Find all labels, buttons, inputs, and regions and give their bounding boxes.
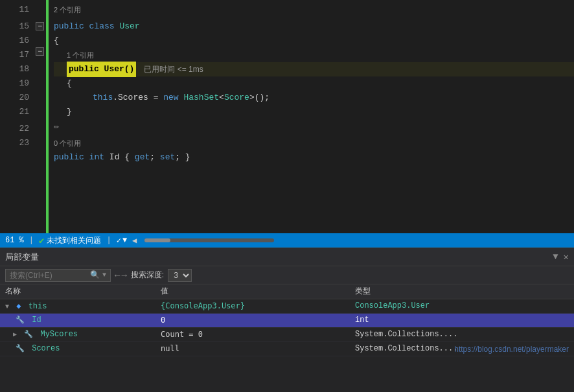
close-panel-icon[interactable]: ✕	[564, 251, 569, 262]
line-16: 16	[0, 34, 29, 48]
ref2-hint: 2 个引用	[54, 3, 81, 17]
constructor-highlight: public User()	[67, 62, 136, 77]
cell-name-this: ▼ ◆ this	[0, 299, 155, 313]
cell-type-this: ConsoleApp3.User	[350, 299, 574, 313]
wrench-scores-icon: 🔧	[16, 344, 25, 352]
search-icon: 🔍	[90, 270, 100, 280]
code-line-23	[54, 165, 574, 179]
arrow-dropdown-icon[interactable]: ▼	[122, 236, 127, 245]
pen-icon: ✏	[54, 119, 59, 133]
nav-left-icon[interactable]: ←	[115, 270, 120, 281]
this-type: ConsoleApp3.User	[355, 301, 430, 310]
this-kw: this	[93, 91, 113, 105]
col-header-type: 类型	[350, 284, 574, 299]
col-header-name: 名称	[0, 284, 155, 299]
kw-int: int	[89, 150, 109, 165]
collapse-btn-17[interactable]: −	[36, 47, 44, 56]
arrow-left-icon[interactable]: ✓	[117, 236, 121, 246]
brace-open-2: {	[67, 76, 72, 91]
ref0-hint: 0 个引用	[54, 136, 81, 150]
cell-type-id: int	[350, 313, 574, 327]
time-hint: 已用时间 <= 1ms	[144, 62, 203, 76]
search-input[interactable]	[10, 271, 87, 280]
kw-public: public	[54, 19, 89, 34]
search-dropdown-icon[interactable]: ▼	[102, 271, 106, 279]
myscores-type: System.Collections....	[355, 330, 457, 339]
code-line-18: {	[54, 76, 574, 91]
col-header-value: 值	[155, 284, 350, 299]
myscores-value: Count = 0	[161, 330, 203, 339]
line-21: 21	[0, 105, 29, 119]
scrollbar-thumb	[144, 238, 170, 242]
cell-name-scores: 🔧 Scores	[0, 341, 155, 356]
angle-close: >();	[249, 91, 270, 105]
myscores-name: MyScores	[40, 330, 78, 339]
id-value: 0	[161, 316, 165, 325]
line-11: 11	[0, 3, 29, 17]
semicolon2: ; }	[175, 150, 190, 165]
hashset-kw: HashSet	[183, 91, 219, 105]
watermark: https://blog.csdn.net/playermaker	[454, 345, 569, 354]
table-row-id: 🔧 Id 0 int	[0, 313, 574, 327]
kw-set: set	[160, 150, 175, 165]
scores-value: null	[161, 344, 179, 353]
expand-myscores-icon[interactable]: ▶	[13, 330, 17, 338]
semicolon1: ;	[150, 150, 160, 165]
code-content: 2 个引用 public class User { 1 个引用 public U…	[49, 0, 574, 233]
zoom-level: 61 %	[5, 236, 24, 245]
brace-open-1: {	[54, 34, 59, 48]
line-17: ➤ 17	[0, 48, 29, 62]
locals-toolbar: 🔍 ▼ ← → 搜索深度: 3 1 2 4 5	[0, 266, 574, 284]
ref1-hint: 1 个引用	[67, 48, 94, 62]
line-22: 22	[0, 122, 29, 136]
search-box[interactable]: 🔍 ▼	[5, 269, 111, 282]
line-20: 20	[0, 91, 29, 105]
no-issues: ✔ 未找到相关问题	[39, 235, 101, 246]
line-23: 23	[0, 136, 29, 150]
line-19: 19	[0, 76, 29, 91]
score-type: Score	[224, 91, 249, 105]
scores-kw: .Scores =	[113, 91, 163, 105]
diamond-icon: ◆	[16, 302, 21, 311]
kw-public2: public	[54, 150, 89, 165]
id-name: Id	[32, 316, 41, 325]
cell-type-myscores: System.Collections....	[350, 327, 574, 341]
code-line-16: {	[54, 34, 574, 48]
check-icon: ✔	[39, 235, 44, 246]
zoom-text: 61 %	[5, 236, 24, 245]
cell-value-scores: null	[155, 341, 350, 356]
wrench-id-icon: 🔧	[16, 316, 25, 324]
status-divider1: |	[29, 236, 34, 245]
code-line-15: public class User	[54, 19, 574, 34]
nav-right-icon[interactable]: →	[121, 270, 126, 281]
scroll-left-icon[interactable]: ◀	[132, 236, 137, 246]
locals-panel: 局部变量 ▼ ✕ 🔍 ▼ ← → 搜索深度: 3 1 2 4 5 名称	[0, 248, 574, 392]
line-numbers: 11 15 16 ➤ 17 18 19 20 21 22 23	[0, 0, 36, 233]
kw-Id: Id {	[109, 150, 135, 165]
pin-icon[interactable]: ▼	[553, 251, 558, 262]
wrench-myscores-icon: 🔧	[24, 330, 33, 338]
this-value: {ConsoleApp3.User}	[161, 301, 245, 310]
this-name: this	[29, 302, 47, 311]
brace-close-1: }	[67, 105, 72, 119]
code-line-17: public User() 已用时间 <= 1ms	[54, 62, 574, 76]
depth-select[interactable]: 3 1 2 4 5	[168, 269, 192, 282]
horizontal-scrollbar[interactable]	[144, 238, 274, 242]
line-18: 18	[0, 62, 29, 76]
code-line-21: ✏	[54, 119, 574, 133]
code-line-17-ref: 1 个引用	[54, 48, 574, 62]
collapse-btn-15[interactable]: −	[36, 22, 44, 30]
nav-arrows[interactable]: ✓ ▼	[117, 236, 127, 246]
locals-title: 局部变量	[5, 251, 39, 263]
cell-name-myscores: ▶ 🔧 MyScores	[0, 327, 155, 341]
expand-this-icon[interactable]: ▼	[5, 303, 9, 310]
status-bar: 61 % | ✔ 未找到相关问题 | ✓ ▼ ◀	[0, 233, 574, 248]
search-nav: ← →	[115, 270, 127, 281]
scores-name: Scores	[32, 344, 60, 353]
locals-header: 局部变量 ▼ ✕	[0, 248, 574, 266]
table-row-myscores: ▶ 🔧 MyScores Count = 0 System.Collection…	[0, 327, 574, 341]
cell-value-id: 0	[155, 313, 350, 327]
code-line-22: public int Id { get ; set ; }	[54, 150, 574, 165]
cell-value-this: {ConsoleApp3.User}	[155, 299, 350, 313]
panel-controls: ▼ ✕	[553, 251, 569, 262]
